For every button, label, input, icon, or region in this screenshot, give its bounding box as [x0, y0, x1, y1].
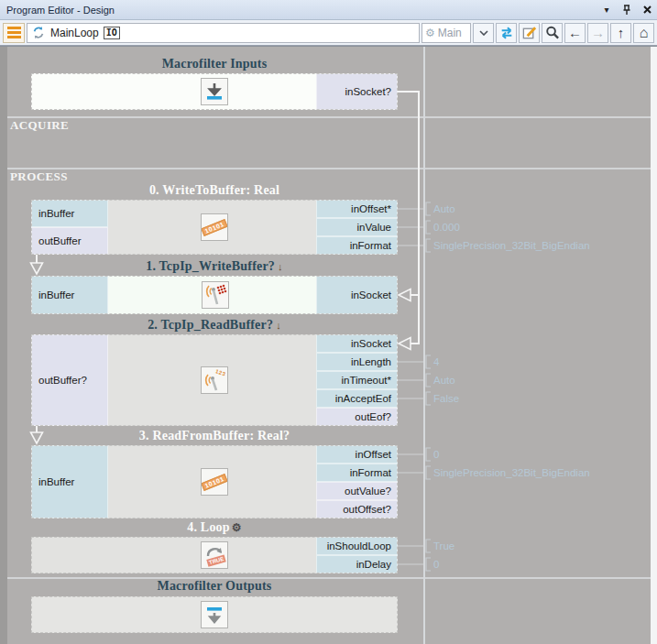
value-inshouldloop[interactable]: True [433, 539, 454, 553]
view-selector[interactable]: ⚙ Main [422, 23, 471, 43]
port-outvalue[interactable]: outValue? [316, 482, 398, 500]
editor-toolbar: MainLoop IO ⚙ Main ← [0, 20, 657, 46]
close-icon[interactable] [637, 2, 657, 18]
port-outoffset[interactable]: outOffset? [316, 500, 398, 518]
loop-gear-icon: ⚙ [232, 521, 242, 534]
macrofilter-outputs-icon [201, 601, 228, 628]
program-editor-window: Program Editor - Design ▾ MainLoop IO ⚙ … [0, 0, 657, 644]
back-arrow-icon: ← [568, 25, 582, 40]
value-informat[interactable]: SinglePrecision_32Bit_BigEndian [433, 465, 590, 480]
port-indelay[interactable]: inDelay [316, 555, 398, 573]
macro-outputs-title[interactable]: Macrofilter Outputs [31, 579, 398, 594]
diagnostic-arrow-icon: ↓ [278, 261, 283, 272]
port-outbuffer[interactable]: outBuffer? [31, 334, 108, 426]
block-title-writetobuffer[interactable]: 0. WriteToBuffer: Real [31, 183, 398, 198]
port-outeof[interactable]: outEof? [316, 408, 398, 426]
port-inoffset[interactable]: inOffset* [316, 200, 398, 218]
navigate-forward-button[interactable]: → [587, 23, 608, 43]
search-icon [544, 25, 560, 40]
canvas-right-margin [651, 47, 657, 644]
pin-icon[interactable] [617, 2, 637, 18]
value-invalue[interactable]: 0.000 [433, 220, 460, 235]
home-button[interactable]: ⌂ [633, 23, 654, 43]
section-separator [7, 116, 651, 118]
tcpip-write-icon [202, 281, 229, 309]
port-inbuffer[interactable]: inBuffer [31, 200, 108, 227]
writetobuffer-icon: 10101 [201, 213, 228, 241]
block-title-tcpip-readbuffer[interactable]: 2. TcpIp_ReadBuffer?↓ [31, 318, 398, 333]
port-invalue[interactable]: inValue [316, 218, 398, 236]
breadcrumb-item-mainloop[interactable]: MainLoop [50, 27, 99, 39]
io-badge: IO [104, 27, 120, 39]
port-inaccepteof[interactable]: inAcceptEof [316, 389, 398, 408]
tcpip-read-icon: 123 [201, 366, 228, 394]
navigate-up-button[interactable]: ↑ [610, 23, 631, 43]
port-informat[interactable]: inFormat [316, 464, 398, 482]
readfrombuffer-icon: 10101 [201, 468, 228, 496]
program-canvas[interactable]: ACQUIRE PROCESS Macrofilter Inputs inSoc… [0, 46, 657, 644]
value-indelay[interactable]: 0 [433, 557, 439, 572]
forward-arrow-icon: → [591, 25, 605, 40]
window-menu-caret-icon[interactable]: ▾ [597, 2, 617, 18]
navigate-back-button[interactable]: ← [564, 23, 586, 43]
port-outbuffer[interactable]: outBuffer [31, 227, 108, 255]
up-arrow-icon: ↑ [618, 25, 625, 40]
edit-button[interactable] [519, 23, 540, 43]
search-button[interactable] [542, 23, 563, 43]
port-inlength[interactable]: inLength [316, 353, 398, 371]
block-title-tcpip-writebuffer[interactable]: 1. TcpIp_WriteBuffer?↓ [31, 259, 398, 274]
port-informat[interactable]: inFormat [316, 236, 398, 255]
titlebar: Program Editor - Design ▾ [0, 0, 657, 20]
diagnostic-arrow-icon: ↓ [276, 320, 281, 331]
value-inoffset[interactable]: 0 [433, 447, 439, 462]
canvas-column-divider [423, 47, 425, 644]
edit-pencil-icon [521, 25, 537, 40]
value-intimeout[interactable]: Auto [433, 373, 455, 387]
port-insocket[interactable]: inSocket [316, 334, 398, 353]
value-informat[interactable]: SinglePrecision_32Bit_BigEndian [433, 238, 590, 253]
value-inaccepteof[interactable]: False [433, 391, 459, 406]
canvas-left-margin [0, 47, 7, 644]
block-title-loop[interactable]: 4. Loop⚙ [31, 520, 398, 535]
filter-block-loop[interactable] [31, 537, 316, 573]
window-title: Program Editor - Design [0, 5, 597, 16]
block-title-readfrombuffer[interactable]: 3. ReadFromBuffer: Real? [31, 429, 398, 443]
macrofilter-inputs-icon [201, 78, 228, 105]
home-icon: ⌂ [640, 25, 649, 41]
macro-inputs-title[interactable]: Macrofilter Inputs [31, 57, 398, 71]
section-label-acquire: ACQUIRE [10, 118, 69, 133]
sync-views-button[interactable] [496, 23, 517, 43]
value-inoffset[interactable]: Auto [433, 202, 455, 216]
view-selector-value: Main [438, 27, 462, 39]
view-selector-dropdown-button[interactable] [473, 23, 494, 43]
hamburger-menu-button[interactable] [3, 23, 25, 43]
port-inbuffer[interactable]: inBuffer [31, 276, 108, 314]
macro-inputs-block[interactable] [31, 73, 316, 110]
macrofilter-icon [31, 26, 46, 40]
section-separator [7, 168, 651, 169]
loop-icon: TRUE [201, 541, 228, 569]
breadcrumb[interactable]: MainLoop IO [27, 23, 420, 43]
section-label-process: PROCESS [10, 169, 68, 184]
port-inoffset[interactable]: inOffset [316, 445, 398, 464]
port-inshouldloop[interactable]: inShouldLoop [316, 537, 398, 555]
gear-icon: ⚙ [425, 27, 435, 38]
port-intimeout[interactable]: inTimeout* [316, 371, 398, 389]
port-insocket[interactable]: inSocket [316, 276, 398, 314]
port-inbuffer[interactable]: inBuffer [31, 445, 108, 518]
value-inlength[interactable]: 4 [433, 355, 439, 369]
swap-arrows-icon [498, 26, 515, 40]
port-insocket-out[interactable]: inSocket? [316, 73, 398, 110]
